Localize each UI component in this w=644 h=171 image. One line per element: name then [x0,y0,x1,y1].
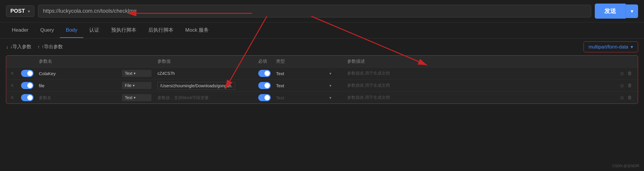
name-type-colakey[interactable]: Text▾ [119,70,154,77]
name-type-file[interactable]: File▾ [119,82,154,89]
required-new[interactable] [255,94,273,101]
params-table: 参数名 参数值 必填 类型 参数描述 ≡ ColaKey Text▾ cZ4CS… [6,55,638,104]
url-input[interactable] [38,5,591,17]
col-drag [6,59,18,64]
method-select[interactable]: POST ▾ [6,5,34,17]
tab-auth[interactable]: 认证 [83,22,105,38]
param-value-new[interactable]: 参数值，支持Mock字段变量 [154,95,255,101]
required-file[interactable] [255,82,273,89]
tab-mock[interactable]: Mock 服务 [179,22,215,38]
table-header: 参数名 参数值 必填 类型 参数描述 [6,56,638,67]
desc-colakey[interactable]: 参数描述,用于生成文档 [344,71,614,76]
col-name-type [119,59,154,64]
copy-icon-new[interactable]: ⊙ [620,95,624,101]
send-button[interactable]: 发送 [595,4,626,19]
method-chevron-icon: ▾ [28,9,30,14]
col-required: 必填 [255,59,273,64]
type-chevron-colakey[interactable]: ▾ [326,71,344,76]
export-icon: ↑ [37,44,40,50]
param-value-colakey[interactable]: cZ4CS7h [154,71,255,76]
col-type-chevron [326,59,344,64]
tab-pre-script[interactable]: 预执行脚本 [105,22,142,38]
top-bar: POST ▾ 发送 ▾ [0,0,644,22]
desc-file[interactable]: 参数描述,用于生成文档 [344,83,614,88]
tab-post-script[interactable]: 后执行脚本 [142,22,179,38]
col-enabled [18,59,36,64]
drag-handle-icon[interactable]: ≡ [6,95,18,100]
export-params-button[interactable]: ↑ ↑导出参数 [37,44,63,50]
delete-icon-file[interactable]: 🗑 [627,83,632,88]
delete-icon-colakey[interactable]: 🗑 [627,71,632,76]
watermark: CSDN @吴NDIR [612,164,639,169]
copy-icon-colakey[interactable]: ⊙ [620,71,624,76]
table-row: ≡ file File▾ /Users/zhoumingle/Downloads… [6,80,638,92]
toggle-file[interactable] [18,82,36,89]
method-label: POST [10,8,25,14]
copy-icon-file[interactable]: ⊙ [620,83,624,88]
drag-handle-icon[interactable]: ≡ [6,83,18,88]
content-type-chevron-icon: ▾ [631,44,633,50]
col-description: 参数描述 [344,59,614,64]
send-btn-group: 发送 ▾ [595,4,638,19]
col-param-value: 参数值 [154,59,255,64]
toolbar-left: ↓ ↓导入参数 ↑ ↑导出参数 [6,44,63,50]
tab-query[interactable]: Query [34,23,60,38]
drag-handle-icon[interactable]: ≡ [6,71,18,76]
desc-new[interactable]: 参数描述,用于生成文档 [344,95,614,100]
type-chevron-file[interactable]: ▾ [326,83,344,88]
tab-header[interactable]: Header [6,23,34,38]
send-dropdown-button[interactable]: ▾ [626,4,638,18]
col-actions [614,59,638,64]
tabs-bar: Header Query Body 认证 预执行脚本 后执行脚本 Mock 服务 [0,22,644,38]
type-file: Text [273,83,326,88]
col-type: 类型 [273,59,326,64]
import-label: ↓导入参数 [10,44,31,50]
type-colakey: Text [273,71,326,76]
import-icon: ↓ [6,44,8,50]
name-type-new[interactable]: Text▾ [119,94,154,101]
col-param-name: 参数名 [36,59,119,64]
param-value-file[interactable]: /Users/zhoumingle/Downloads/gongan. [154,83,255,88]
delete-icon-new[interactable]: 🗑 [627,95,632,100]
content-type-select[interactable]: multipart/form-data ▾ [584,41,638,52]
toolbar: ↓ ↓导入参数 ↑ ↑导出参数 multipart/form-data ▾ [0,38,644,55]
toggle-new[interactable] [18,94,36,101]
param-name-file[interactable]: file [36,83,119,88]
tab-body[interactable]: Body [60,23,83,38]
table-row: ≡ 参数名 Text▾ 参数值，支持Mock字段变量 Text ▾ 参数描述,用… [6,92,638,104]
table-row: ≡ ColaKey Text▾ cZ4CS7h Text ▾ 参数描述,用于生成… [6,67,638,80]
param-name-new[interactable]: 参数名 [36,95,119,101]
content-type-label: multipart/form-data [589,44,628,50]
type-new: Text [273,95,326,100]
param-name-colakey[interactable]: ColaKey [36,71,119,76]
required-colakey[interactable] [255,70,273,77]
import-params-button[interactable]: ↓ ↓导入参数 [6,44,31,50]
toggle-colakey[interactable] [18,70,36,77]
type-chevron-new[interactable]: ▾ [326,96,344,100]
export-label: ↑导出参数 [42,44,63,50]
